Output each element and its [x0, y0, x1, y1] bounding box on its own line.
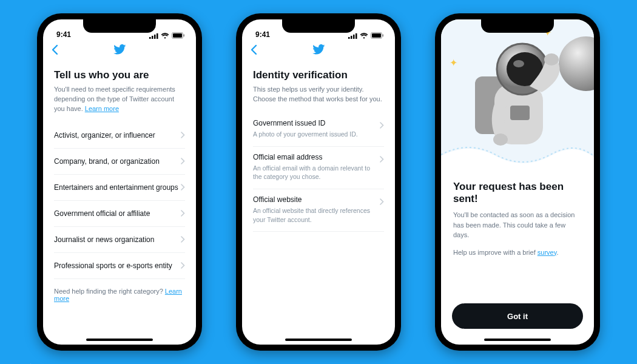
svg-rect-13: [383, 35, 384, 37]
page-title: Tell us who you are: [54, 69, 185, 81]
chevron-right-icon: [181, 208, 185, 219]
category-row-activist[interactable]: Activist, organizer, or influencer: [54, 123, 185, 149]
chevron-right-icon: [181, 260, 185, 271]
svg-rect-5: [173, 33, 182, 38]
astronaut-graphic: [457, 34, 578, 161]
category-list: Activist, organizer, or influencer Compa…: [54, 123, 185, 279]
confirmation-subtitle: You'll be contacted as soon as a decisio…: [453, 210, 582, 240]
method-row-email[interactable]: Official email address An official email…: [253, 147, 384, 189]
method-row-gov-id[interactable]: Government issued ID A photo of your gov…: [253, 113, 384, 147]
svg-point-19: [513, 60, 524, 67]
twitter-logo-icon: [113, 44, 126, 58]
svg-rect-9: [353, 35, 355, 39]
twitter-logo-icon: [312, 44, 325, 58]
method-row-website[interactable]: Official website An official website tha…: [253, 189, 384, 232]
status-time: 9:41: [56, 30, 71, 39]
survey-prompt: Help us improve with a brief survey.: [453, 249, 582, 256]
category-row-government[interactable]: Government official or affiliate: [54, 201, 185, 227]
device-notch: [282, 19, 355, 33]
category-row-company[interactable]: Company, brand, or organization: [54, 149, 185, 175]
home-indicator[interactable]: [285, 339, 352, 341]
category-row-journalist[interactable]: Journalist or news organization: [54, 227, 185, 253]
cellular-signal-icon: [348, 33, 357, 39]
chevron-right-icon: [181, 156, 185, 167]
svg-rect-8: [351, 36, 352, 39]
phone-mockup-1: 9:41 Tell us who you are: [37, 13, 202, 351]
hero-illustration: ✦ ✦: [441, 19, 594, 169]
svg-rect-0: [149, 37, 151, 39]
chevron-right-icon: [181, 130, 185, 141]
got-it-button[interactable]: Got it: [452, 303, 583, 329]
chevron-right-icon: [181, 182, 185, 193]
back-button[interactable]: [52, 44, 58, 58]
nav-bar: [43, 40, 196, 62]
category-help-text: Need help finding the right category? Le…: [54, 279, 185, 302]
battery-icon: [172, 32, 185, 39]
svg-rect-6: [184, 35, 185, 37]
page-title: Identity verification: [253, 69, 384, 81]
page-subtitle: You'll need to meet specific requirement…: [54, 85, 185, 114]
confirmation-title: Your request has been sent!: [453, 181, 582, 205]
survey-link[interactable]: survey: [538, 249, 557, 256]
chevron-right-icon: [181, 234, 185, 245]
category-row-sports[interactable]: Professional sports or e-sports entity: [54, 253, 185, 279]
status-time: 9:41: [255, 30, 270, 39]
svg-point-20: [544, 53, 559, 66]
phone-mockup-2: 9:41 Identity verification: [236, 13, 401, 351]
svg-rect-1: [152, 36, 153, 39]
cellular-signal-icon: [149, 33, 158, 39]
device-notch: [83, 19, 156, 33]
chevron-right-icon: [380, 120, 384, 131]
wifi-icon: [360, 33, 368, 39]
phone-mockup-3: ✦ ✦: [435, 13, 600, 351]
nav-bar: [242, 40, 395, 62]
svg-rect-10: [356, 33, 357, 39]
method-list: Government issued ID A photo of your gov…: [253, 113, 384, 232]
page-subtitle: This step helps us verify your identity.…: [253, 85, 384, 104]
home-indicator[interactable]: [484, 339, 551, 341]
svg-rect-16: [510, 106, 530, 120]
category-row-entertainers[interactable]: Entertainers and entertainment groups: [54, 175, 185, 201]
svg-rect-12: [372, 33, 381, 38]
svg-rect-3: [157, 33, 158, 39]
battery-icon: [371, 32, 384, 39]
home-indicator[interactable]: [86, 339, 153, 341]
wave-divider: [441, 144, 594, 169]
svg-rect-2: [154, 35, 156, 39]
learn-more-link[interactable]: Learn more: [85, 105, 119, 112]
back-button[interactable]: [251, 44, 257, 58]
svg-rect-7: [348, 37, 350, 39]
wifi-icon: [161, 33, 169, 39]
chevron-right-icon: [380, 197, 384, 207]
device-notch: [481, 19, 554, 33]
chevron-right-icon: [380, 154, 384, 165]
